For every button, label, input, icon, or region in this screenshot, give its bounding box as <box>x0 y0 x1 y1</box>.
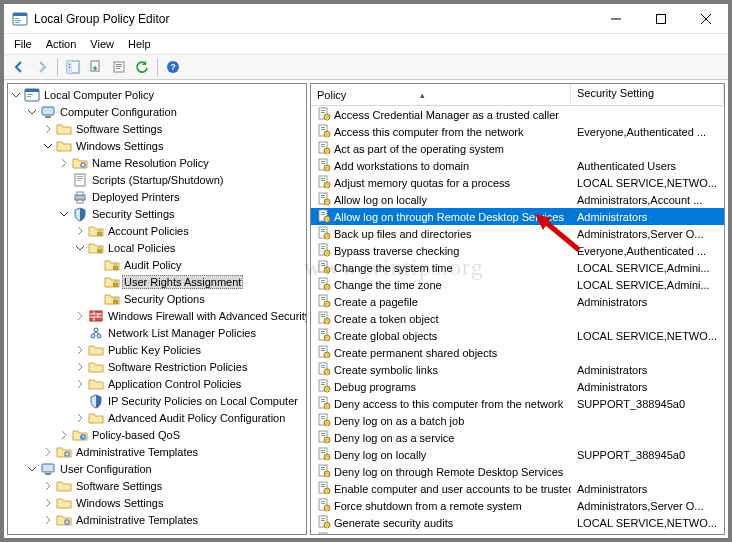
tree-toggle[interactable] <box>42 497 54 509</box>
menu-view[interactable]: View <box>84 36 120 52</box>
svg-rect-27 <box>77 178 83 179</box>
tree-local-policies[interactable]: Local Policies <box>74 239 306 256</box>
tree-pane[interactable]: Local Computer PolicyComputer Configurat… <box>7 83 307 535</box>
policy-row[interactable]: Create a token object <box>311 310 724 327</box>
policy-row[interactable]: Create a pagefileAdministrators <box>311 293 724 310</box>
tree-uc-admin-templates[interactable]: Administrative Templates <box>42 511 306 528</box>
tree-toggle[interactable] <box>42 446 54 458</box>
policy-row[interactable]: Create permanent shared objects <box>311 344 724 361</box>
column-header-security[interactable]: Security Setting <box>571 84 724 105</box>
policy-row[interactable]: Access Credential Manager as a trusted c… <box>311 106 724 123</box>
close-button[interactable] <box>683 4 728 34</box>
help-button[interactable]: ? <box>162 56 184 78</box>
policy-row[interactable]: Change the time zoneLOCAL SERVICE,Admini… <box>311 276 724 293</box>
tree-toggle[interactable] <box>74 344 86 356</box>
tree-toggle[interactable] <box>74 378 86 390</box>
policy-row[interactable]: Enable computer and user accounts to be … <box>311 480 724 497</box>
svg-rect-134 <box>321 399 325 400</box>
tree-name-resolution-policy[interactable]: Name Resolution Policy <box>58 154 306 171</box>
svg-rect-90 <box>321 248 325 249</box>
tree-toggle[interactable] <box>58 157 70 169</box>
tree-deployed-printers[interactable]: Deployed Printers <box>58 188 306 205</box>
svg-text:?: ? <box>170 62 176 72</box>
tree-cc-admin-templates[interactable]: Administrative Templates <box>42 443 306 460</box>
policy-row[interactable]: Generate security auditsLOCAL SERVICE,NE… <box>311 514 724 531</box>
tree-toggle[interactable] <box>42 140 54 152</box>
policy-row[interactable]: Access this computer from the networkEve… <box>311 123 724 140</box>
policy-row[interactable]: Force shutdown from a remote systemAdmin… <box>311 497 724 514</box>
svg-rect-130 <box>321 384 325 385</box>
properties-button[interactable] <box>108 56 130 78</box>
policy-row[interactable]: Allow log on through Remote Desktop Serv… <box>311 208 724 225</box>
menu-help[interactable]: Help <box>122 36 157 52</box>
tree-toggle[interactable] <box>26 106 38 118</box>
svg-rect-35 <box>113 283 118 287</box>
tree-toggle[interactable] <box>42 480 54 492</box>
tree-user-configuration[interactable]: User Configuration <box>26 460 306 477</box>
tree-network-list-manager[interactable]: Network List Manager Policies <box>74 324 306 341</box>
policy-row[interactable]: Create global objectsLOCAL SERVICE,NETWO… <box>311 327 724 344</box>
show-hide-tree-button[interactable] <box>62 56 84 78</box>
policy-row[interactable]: Deny log on as a batch job <box>311 412 724 429</box>
tree-root[interactable]: Local Computer Policy <box>10 86 306 103</box>
tree-windows-firewall[interactable]: Windows Firewall with Advanced Security <box>74 307 306 324</box>
tree-security-options[interactable]: Security Options <box>90 290 306 307</box>
tree-cc-windows-settings[interactable]: Windows Settings <box>42 137 306 154</box>
tree-toggle[interactable] <box>26 463 38 475</box>
policy-row[interactable]: Create symbolic linksAdministrators <box>311 361 724 378</box>
nav-back-button[interactable] <box>8 56 30 78</box>
policy-row[interactable]: Act as part of the operating system <box>311 140 724 157</box>
minimize-button[interactable] <box>593 4 638 34</box>
policy-row[interactable]: Back up files and directoriesAdministrat… <box>311 225 724 242</box>
tree-policy-qos[interactable]: Policy-based QoS <box>58 426 306 443</box>
tree-public-key-policies[interactable]: Public Key Policies <box>74 341 306 358</box>
policy-icon <box>317 532 331 535</box>
nav-forward-button[interactable] <box>31 56 53 78</box>
tree-audit-policy[interactable]: Audit Policy <box>90 256 306 273</box>
tree-toggle[interactable] <box>10 89 22 101</box>
tree-toggle[interactable] <box>58 208 70 220</box>
tree-toggle[interactable] <box>58 429 70 441</box>
tree-user-rights-assignment[interactable]: User Rights Assignment <box>90 273 306 290</box>
tree-toggle[interactable] <box>42 514 54 526</box>
tree-application-control[interactable]: Application Control Policies <box>74 375 306 392</box>
tree-toggle[interactable] <box>74 412 86 424</box>
tree-ip-security[interactable]: IP Security Policies on Local Computer <box>74 392 306 409</box>
column-header-policy[interactable]: Policy ▴ <box>311 84 571 105</box>
policy-row[interactable]: Deny log on through Remote Desktop Servi… <box>311 463 724 480</box>
tree-uc-windows-settings[interactable]: Windows Settings <box>42 494 306 511</box>
policy-row[interactable]: Deny log on as a service <box>311 429 724 446</box>
tree-toggle[interactable] <box>74 310 86 322</box>
policy-row[interactable]: Deny log on locallySUPPORT_388945a0 <box>311 446 724 463</box>
policy-icon <box>317 498 331 514</box>
policy-row[interactable]: Adjust memory quotas for a processLOCAL … <box>311 174 724 191</box>
tree-software-restriction[interactable]: Software Restriction Policies <box>74 358 306 375</box>
tree-uc-software-settings[interactable]: Software Settings <box>42 477 306 494</box>
policy-row[interactable]: Bypass traverse checkingEveryone,Authent… <box>311 242 724 259</box>
policy-row[interactable]: Debug programsAdministrators <box>311 378 724 395</box>
tree-cc-software-settings[interactable]: Software Settings <box>42 120 306 137</box>
tree-computer-configuration-label: Computer Configuration <box>58 106 179 118</box>
tree-scripts[interactable]: Scripts (Startup/Shutdown) <box>58 171 306 188</box>
menu-action[interactable]: Action <box>40 36 83 52</box>
export-list-button[interactable] <box>85 56 107 78</box>
refresh-button[interactable] <box>131 56 153 78</box>
svg-rect-14 <box>116 68 120 69</box>
tree-toggle[interactable] <box>74 361 86 373</box>
tree-advanced-audit[interactable]: Advanced Audit Policy Configuration <box>74 409 306 426</box>
policy-row[interactable]: Allow log on locallyAdministrators,Accou… <box>311 191 724 208</box>
list-body[interactable]: Access Credential Manager as a trusted c… <box>311 106 724 534</box>
tree-toggle[interactable] <box>74 242 86 254</box>
tree-toggle[interactable] <box>42 123 54 135</box>
svg-rect-13 <box>116 66 122 67</box>
tree-computer-configuration[interactable]: Computer Configuration <box>26 103 306 120</box>
tree-toggle[interactable] <box>74 225 86 237</box>
policy-row[interactable]: Impersonate a client after authenticatio… <box>311 531 724 534</box>
policy-row[interactable]: Change the system timeLOCAL SERVICE,Admi… <box>311 259 724 276</box>
policy-row[interactable]: Deny access to this computer from the ne… <box>311 395 724 412</box>
maximize-button[interactable] <box>638 4 683 34</box>
tree-account-policies[interactable]: Account Policies <box>74 222 306 239</box>
menu-file[interactable]: File <box>8 36 38 52</box>
policy-row[interactable]: Add workstations to domainAuthenticated … <box>311 157 724 174</box>
tree-security-settings[interactable]: Security Settings <box>58 205 306 222</box>
